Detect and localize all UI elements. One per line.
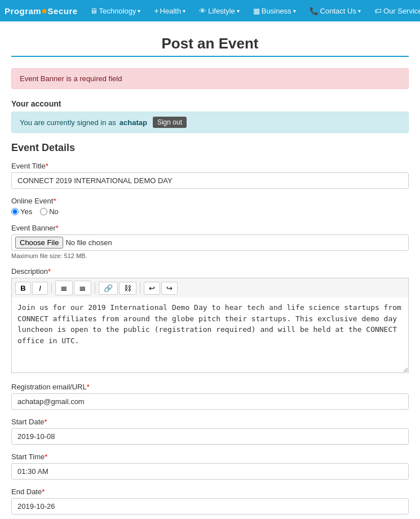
nav-item-our-services[interactable]: 🏷 Our Services bbox=[369, 0, 420, 21]
required-indicator3: * bbox=[56, 224, 59, 232]
toolbar-separator1 bbox=[51, 282, 52, 294]
italic-button[interactable]: I bbox=[32, 282, 48, 295]
toolbar-separator2 bbox=[95, 282, 95, 294]
description-label: Description* bbox=[11, 267, 409, 276]
radio-yes-text: Yes bbox=[20, 207, 32, 216]
brand-text: Program●Secure bbox=[5, 5, 78, 17]
chevron-down-icon-lifestyle: ▾ bbox=[237, 8, 240, 14]
nav-label-health: Health bbox=[160, 7, 182, 15]
nav-item-health[interactable]: + Health ▾ bbox=[148, 0, 191, 21]
online-event-group: Online Event* Yes No bbox=[11, 197, 409, 216]
chevron-down-icon-contact: ▾ bbox=[358, 8, 361, 14]
rich-text-toolbar: B I ≣ ≣ 🔗 ⛓ ↩ ↪ bbox=[11, 278, 409, 298]
alert-message: Event Banner is a required field bbox=[20, 74, 122, 83]
event-banner-label: Event Banner* bbox=[11, 224, 409, 232]
nav-label-business: Business bbox=[262, 7, 291, 15]
end-date-label-text: End Date bbox=[11, 487, 42, 496]
event-banner-input[interactable] bbox=[11, 234, 409, 251]
start-date-label-text: Start Date bbox=[11, 418, 45, 426]
link-button[interactable]: 🔗 bbox=[99, 282, 118, 295]
title-divider bbox=[11, 56, 409, 57]
event-title-input[interactable] bbox=[11, 172, 409, 189]
start-time-group: Start Time* bbox=[11, 453, 409, 480]
end-date-label: End Date* bbox=[11, 487, 409, 496]
brand-name-part1: Program bbox=[5, 6, 41, 16]
nav-label-technology: Technology bbox=[99, 7, 136, 15]
event-title-label-text: Event Title bbox=[11, 162, 46, 170]
reg-email-group: Registration email/URL* bbox=[11, 383, 409, 410]
eye-icon: 👁 bbox=[199, 7, 206, 15]
nav-label-contact-us: Contact Us bbox=[320, 7, 356, 15]
event-banner-label-text: Event Banner bbox=[11, 224, 56, 232]
event-title-label: Event Title* bbox=[11, 162, 409, 170]
nav-item-technology[interactable]: 🖥 Technology ▾ bbox=[85, 0, 147, 21]
required-indicator8: * bbox=[42, 487, 45, 496]
start-date-label: Start Date* bbox=[11, 418, 409, 426]
phone-icon: 📞 bbox=[310, 7, 319, 15]
account-username: achatap bbox=[120, 118, 147, 127]
chevron-down-icon: ▾ bbox=[138, 8, 140, 14]
end-date-input[interactable] bbox=[11, 498, 409, 514]
ordered-list-button[interactable]: ≣ bbox=[74, 281, 91, 295]
online-event-label: Online Event* bbox=[11, 197, 409, 205]
plus-icon: + bbox=[154, 6, 158, 15]
online-event-radio-group: Yes No bbox=[11, 207, 409, 216]
event-details-heading: Event Details bbox=[11, 142, 409, 154]
radio-yes-label[interactable]: Yes bbox=[11, 207, 32, 216]
start-date-group: Start Date* bbox=[11, 418, 409, 445]
event-title-group: Event Title* bbox=[11, 162, 409, 189]
redo-button[interactable]: ↪ bbox=[161, 282, 178, 295]
unlink-button[interactable]: ⛓ bbox=[119, 282, 136, 295]
chevron-down-icon-business: ▾ bbox=[293, 8, 296, 14]
brand-dot: ● bbox=[41, 5, 47, 16]
required-indicator: * bbox=[46, 162, 48, 170]
required-indicator2: * bbox=[53, 197, 56, 205]
radio-yes[interactable] bbox=[11, 208, 19, 215]
chevron-down-icon-health: ▾ bbox=[183, 8, 185, 14]
end-date-group: End Date* bbox=[11, 487, 409, 514]
monitor-icon: 🖥 bbox=[90, 7, 98, 15]
nav-item-business[interactable]: ▦ Business ▾ bbox=[247, 0, 302, 21]
undo-button[interactable]: ↩ bbox=[144, 282, 160, 295]
description-group: Description* B I ≣ ≣ 🔗 ⛓ ↩ ↪ Join us for… bbox=[11, 267, 409, 375]
brand-name-part2: Secure bbox=[48, 6, 78, 16]
description-label-text: Description bbox=[11, 267, 48, 276]
brand-logo[interactable]: Program●Secure bbox=[5, 5, 78, 17]
page-title: Post an Event bbox=[11, 27, 409, 56]
account-section: Your account You are currently signed in… bbox=[11, 99, 409, 133]
account-text: You are currently signed in as bbox=[20, 118, 116, 127]
event-banner-group: Event Banner* Maximum file size: 512 MB. bbox=[11, 224, 409, 259]
reg-email-label-text: Registration email/URL bbox=[11, 383, 87, 391]
page-content: Post an Event Event Banner is a required… bbox=[0, 21, 420, 519]
start-time-label-text: Start Time bbox=[11, 453, 45, 461]
navbar: Program●Secure 🖥 Technology ▾ + Health ▾… bbox=[0, 0, 420, 21]
toolbar-separator3 bbox=[140, 282, 140, 294]
required-indicator5: * bbox=[87, 383, 90, 391]
required-indicator7: * bbox=[45, 453, 47, 461]
error-alert: Event Banner is a required field bbox=[11, 68, 409, 89]
required-indicator4: * bbox=[48, 267, 51, 276]
online-event-label-text: Online Event bbox=[11, 197, 53, 205]
grid-icon: ▦ bbox=[253, 7, 260, 15]
start-time-label: Start Time* bbox=[11, 453, 409, 461]
nav-item-contact-us[interactable]: 📞 Contact Us ▾ bbox=[304, 0, 366, 21]
unordered-list-button[interactable]: ≣ bbox=[55, 281, 73, 295]
sign-out-button[interactable]: Sign out bbox=[153, 117, 187, 128]
description-textarea[interactable]: Join us for our 2019 International Demo … bbox=[11, 298, 409, 373]
nav-label-lifestyle: Lifestyle bbox=[208, 7, 235, 15]
file-size-hint: Maximum file size: 512 MB. bbox=[11, 252, 409, 259]
radio-no-label[interactable]: No bbox=[40, 207, 59, 216]
tag-icon: 🏷 bbox=[374, 7, 382, 15]
required-indicator6: * bbox=[45, 418, 47, 426]
account-box: You are currently signed in as achatap S… bbox=[11, 112, 409, 133]
account-label: Your account bbox=[11, 99, 409, 108]
start-time-input[interactable] bbox=[11, 463, 409, 480]
nav-label-our-services: Our Services bbox=[383, 7, 420, 15]
bold-button[interactable]: B bbox=[15, 282, 31, 295]
start-date-input[interactable] bbox=[11, 428, 409, 445]
reg-email-label: Registration email/URL* bbox=[11, 383, 409, 391]
radio-no[interactable] bbox=[40, 208, 47, 215]
radio-no-text: No bbox=[49, 207, 59, 216]
reg-email-input[interactable] bbox=[11, 393, 409, 410]
nav-item-lifestyle[interactable]: 👁 Lifestyle ▾ bbox=[193, 0, 245, 21]
